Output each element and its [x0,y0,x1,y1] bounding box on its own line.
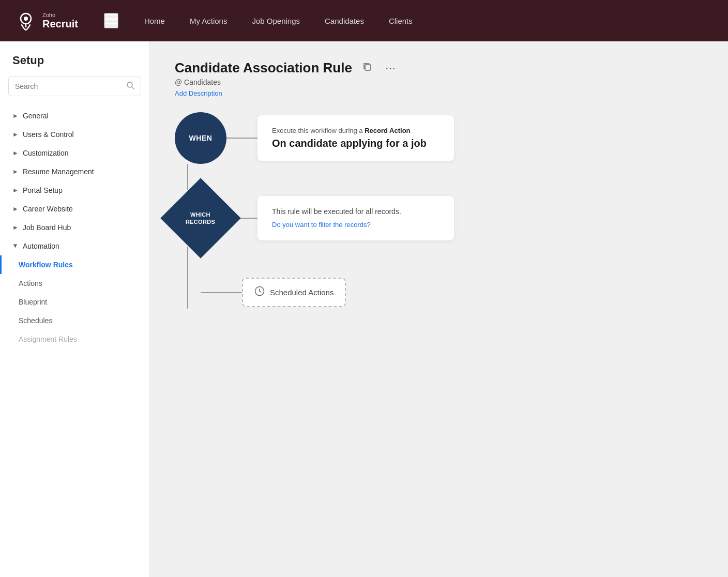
chevron-right-icon: ► [12,187,19,194]
scheduled-actions-row: Scheduled Actions [201,278,346,307]
hamburger-menu[interactable] [104,13,118,28]
sidebar-item-general[interactable]: ► General [0,107,149,125]
sidebar-item-customization[interactable]: ► Customization [0,144,149,162]
chevron-right-icon: ► [12,224,19,231]
sidebar-item-resume-management[interactable]: ► Resume Management [0,162,149,181]
workflow-canvas: WHEN Execute this workflow during a Reco… [175,112,703,371]
sidebar: Setup ► General ► Users & Control ► Cust… [0,41,150,577]
which-node-wrap: WHICHRECORDS [175,190,226,247]
which-row: WHICHRECORDS This rule will be executed … [175,190,703,247]
scheduled-actions-button[interactable]: Scheduled Actions [242,278,346,307]
connector-v1 [187,164,188,190]
which-card-body: This rule will be executed for all recor… [272,207,439,216]
when-row: WHEN Execute this workflow during a Reco… [175,112,703,164]
sidebar-item-customization-label: Customization [23,149,69,157]
connector-h-sched [201,292,242,293]
sidebar-item-job-board-hub-label: Job Board Hub [23,223,71,232]
sidebar-item-career-website-label: Career Website [23,205,73,213]
which-records-label: WHICHRECORDS [186,211,215,226]
nav-job-openings[interactable]: Job Openings [252,17,300,25]
filter-records-link[interactable]: Do you want to filter the records? [272,221,371,229]
nav-candidates[interactable]: Candidates [325,17,364,25]
svg-rect-8 [365,65,371,70]
page-title: Candidate Association Rule [175,60,352,76]
connector-v2 [187,247,188,309]
chevron-right-icon: ► [12,205,19,212]
svg-point-1 [24,17,28,21]
sidebar-item-career-website[interactable]: ► Career Website [0,200,149,218]
assignment-rules-label: Assignment Rules [19,335,77,343]
scheduled-actions-icon [254,286,265,299]
chevron-down-icon: ► [12,243,19,249]
actions-label: Actions [19,279,42,287]
blueprint-label: Blueprint [19,298,47,306]
sidebar-item-users-control[interactable]: ► Users & Control [0,125,149,144]
bottom-connector-section: Scheduled Actions [175,247,703,309]
when-card: Execute this workflow during a Record Ac… [257,115,454,161]
sidebar-item-actions[interactable]: Actions [0,274,149,293]
svg-line-7 [132,87,134,89]
top-navigation: Zoho Recruit Home My Actions Job Opening… [0,0,728,41]
add-description-link[interactable]: Add Description [175,89,222,97]
svg-rect-3 [105,14,117,16]
logo[interactable]: Zoho Recruit [14,9,78,32]
sidebar-item-schedules[interactable]: Schedules [0,311,149,330]
search-input[interactable] [15,82,126,90]
sidebar-item-automation[interactable]: ► Automation [0,237,149,255]
nav-clients[interactable]: Clients [389,17,413,25]
automation-sub-items: Workflow Rules Actions Blueprint Schedul… [0,255,149,348]
nav-my-actions[interactable]: My Actions [190,17,228,25]
sidebar-item-resume-management-label: Resume Management [23,168,94,176]
svg-rect-4 [105,19,117,20]
chevron-right-icon: ► [12,168,19,175]
connector-when-card [226,138,257,139]
sidebar-item-blueprint[interactable]: Blueprint [0,293,149,311]
when-card-subtitle: Execute this workflow during a Record Ac… [272,127,439,134]
page-subtitle: @ Candidates [175,78,703,86]
copy-button[interactable] [359,61,375,75]
chevron-right-icon: ► [12,112,19,119]
sidebar-item-general-label: General [23,112,49,120]
when-node[interactable]: WHEN [175,112,226,164]
sidebar-item-users-control-label: Users & Control [23,130,74,139]
which-card: This rule will be executed for all recor… [257,196,454,240]
search-box[interactable] [8,77,141,96]
search-icon [126,81,134,92]
schedules-label: Schedules [19,316,52,325]
content-area: Candidate Association Rule ⋯ @ Candidate… [150,41,728,577]
when-card-title: On candidate applying for a job [272,138,439,149]
sidebar-item-automation-label: Automation [23,242,59,250]
more-options-button[interactable]: ⋯ [382,61,400,75]
page-header: Candidate Association Rule ⋯ @ Candidate… [175,60,703,98]
scheduled-actions-label: Scheduled Actions [270,288,333,297]
logo-recruit: Recruit [42,18,78,29]
sidebar-item-job-board-hub[interactable]: ► Job Board Hub [0,218,149,237]
svg-rect-5 [105,23,117,24]
main-layout: Setup ► General ► Users & Control ► Cust… [0,41,728,577]
sidebar-title: Setup [0,54,149,77]
nav-home[interactable]: Home [144,17,165,25]
sidebar-item-portal-setup[interactable]: ► Portal Setup [0,181,149,200]
when-label: WHEN [189,134,213,142]
sidebar-item-assignment-rules[interactable]: Assignment Rules [0,330,149,348]
workflow-rules-label: Workflow Rules [19,261,73,269]
page-title-row: Candidate Association Rule ⋯ [175,60,703,76]
logo-zoho: Zoho [42,12,78,18]
nav-links: Home My Actions Job Openings Candidates … [144,17,413,25]
sidebar-item-portal-setup-label: Portal Setup [23,186,63,194]
chevron-right-icon: ► [12,149,19,157]
sidebar-item-workflow-rules[interactable]: Workflow Rules [0,255,149,274]
chevron-right-icon: ► [12,131,19,138]
